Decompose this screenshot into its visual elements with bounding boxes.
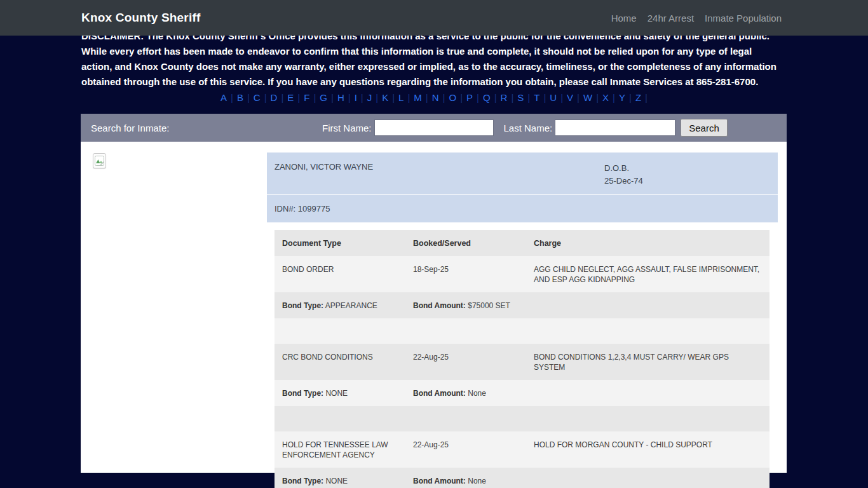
last-name-input[interactable] [555, 119, 675, 136]
bond-type-cell: Bond Type: NONE [275, 380, 405, 406]
bond-amount-cell: Bond Amount: $75000 SET [405, 292, 770, 318]
header-charge: Charge [526, 230, 770, 256]
alphabet-link-z[interactable]: Z [635, 92, 641, 103]
alphabet-separator: | [313, 92, 316, 103]
alphabet-separator: | [511, 92, 513, 103]
alphabet-link-g[interactable]: G [320, 92, 327, 103]
nav-link-24hr-arrest[interactable]: 24hr Arrest [648, 13, 694, 24]
booked-served-cell: 18-Sep-25 [405, 256, 526, 292]
bond-amount-value: $75000 SET [468, 301, 510, 310]
alphabet-separator: | [331, 92, 334, 103]
alphabet-link-t[interactable]: T [534, 92, 539, 103]
alphabet-separator: | [577, 92, 580, 103]
document-row: BOND ORDER18-Sep-25AGG CHILD NEGLECT, AG… [275, 256, 770, 292]
dob-label: D.O.B. [604, 162, 770, 175]
spacer-row [275, 406, 770, 431]
doc-type-cell: HOLD FOR TENNESSEE LAW ENFORCEMENT AGENC… [275, 431, 405, 468]
alphabet-separator: | [596, 92, 599, 103]
alphabet-link-i[interactable]: I [355, 92, 357, 103]
broken-photo-icon [95, 156, 104, 166]
alphabet-link-x[interactable]: X [602, 92, 609, 103]
alphabet-separator: | [231, 92, 233, 103]
bond-row: Bond Type: APPEARANCEBond Amount: $75000… [275, 292, 770, 318]
first-name-input[interactable] [374, 119, 494, 136]
bond-type-label: Bond Type: [282, 389, 323, 398]
nav-links: Home 24hr Arrest Inmate Population [611, 13, 782, 24]
nav-link-home[interactable]: Home [611, 13, 637, 24]
alphabet-separator: | [361, 92, 363, 103]
alphabet-link-f[interactable]: F [304, 92, 309, 103]
nav-link-inmate-population[interactable]: Inmate Population [705, 13, 782, 24]
alphabet-link-h[interactable]: H [337, 92, 344, 103]
doc-type-cell: CRC BOND CONDITIONS [275, 344, 405, 380]
alphabet-link-j[interactable]: J [367, 92, 372, 103]
dob-value: 25-Dec-74 [604, 175, 770, 187]
bond-type-value: NONE [325, 477, 348, 485]
alphabet-link-u[interactable]: U [550, 92, 557, 103]
document-row: CRC BOND CONDITIONS22-Aug-25BOND CONDITI… [275, 344, 770, 380]
booked-served-cell: 22-Aug-25 [405, 344, 526, 380]
alphabet-link-q[interactable]: Q [483, 92, 491, 103]
charge-cell: BOND CONDITIONS 1,2,3,4 MUST CARRY/ WEAR… [526, 344, 770, 380]
bond-type-value: APPEARANCE [325, 301, 377, 310]
alphabet-link-r[interactable]: R [501, 92, 508, 103]
alphabet-link-v[interactable]: V [567, 92, 573, 103]
alphabet-link-w[interactable]: W [583, 92, 592, 103]
alphabet-separator: | [460, 92, 463, 103]
alphabet-link-d[interactable]: D [271, 92, 278, 103]
alphabet-separator: | [613, 92, 615, 103]
brand-title[interactable]: Knox County Sheriff [81, 11, 200, 25]
bond-type-label: Bond Type: [282, 477, 323, 485]
alphabet-link-m[interactable]: M [414, 92, 422, 103]
inmate-name: ZANONI, VICTOR WAYNE [275, 162, 604, 194]
inmate-photo-placeholder [93, 153, 106, 168]
alphabet-link-k[interactable]: K [382, 92, 388, 103]
alphabet-link-l[interactable]: L [398, 92, 403, 103]
first-name-label: First Name: [322, 123, 372, 133]
bond-amount-cell: Bond Amount: None [405, 380, 770, 406]
documents-table: Document Type Booked/Served Charge BOND … [275, 230, 770, 488]
bond-type-label: Bond Type: [282, 301, 323, 310]
alphabet-link-o[interactable]: O [449, 92, 456, 103]
alphabet-separator: | [629, 92, 632, 103]
charge-cell: HOLD FOR MORGAN COUNTY - CHILD SUPPORT [526, 431, 770, 468]
alphabet-separator: | [560, 92, 563, 103]
alphabet-link-e[interactable]: E [287, 92, 294, 103]
alphabet-separator: | [543, 92, 546, 103]
alphabet-link-b[interactable]: B [237, 92, 243, 103]
alphabet-link-n[interactable]: N [432, 92, 439, 103]
alphabet-link-a[interactable]: A [220, 92, 227, 103]
alphabet-separator: | [527, 92, 530, 103]
bond-type-value: NONE [325, 389, 348, 398]
alphabet-separator: | [247, 92, 250, 103]
bond-amount-label: Bond Amount: [413, 301, 466, 310]
bond-amount-value: None [468, 389, 486, 398]
idn-value: 1099775 [298, 204, 330, 214]
top-navbar: Knox County Sheriff Home 24hr Arrest Inm… [0, 0, 868, 36]
document-row: HOLD FOR TENNESSEE LAW ENFORCEMENT AGENC… [275, 431, 770, 468]
inmate-card-header: ZANONI, VICTOR WAYNE D.O.B. 25-Dec-74 [267, 152, 778, 194]
bond-row: Bond Type: NONEBond Amount: None [275, 380, 770, 406]
search-button[interactable]: Search [681, 119, 728, 137]
bond-amount-label: Bond Amount: [413, 389, 466, 398]
documents-table-header: Document Type Booked/Served Charge [275, 230, 770, 256]
alphabet-separator: | [645, 92, 648, 103]
alphabet-separator: | [297, 92, 300, 103]
alphabet-link-p[interactable]: P [466, 92, 473, 103]
inmate-dob-block: D.O.B. 25-Dec-74 [604, 162, 770, 194]
alphabet-link-s[interactable]: S [517, 92, 524, 103]
bond-amount-value: None [468, 477, 486, 485]
bond-row: Bond Type: NONEBond Amount: None [275, 468, 770, 488]
alphabet-link-y[interactable]: Y [619, 92, 625, 103]
alphabet-separator: | [443, 92, 445, 103]
disclaimer-text: DISCLAIMER: The Knox County Sheriff's Of… [81, 29, 782, 90]
spacer-row [275, 318, 770, 344]
search-title: Search for Inmate: [91, 123, 169, 133]
bond-amount-cell: Bond Amount: None [405, 468, 770, 488]
bond-amount-label: Bond Amount: [413, 477, 466, 485]
doc-type-cell: BOND ORDER [275, 256, 405, 292]
search-form: First Name: Last Name: Search [322, 114, 728, 142]
alphabet-separator: | [407, 92, 410, 103]
alphabet-link-c[interactable]: C [254, 92, 261, 103]
alphabet-separator: | [281, 92, 283, 103]
